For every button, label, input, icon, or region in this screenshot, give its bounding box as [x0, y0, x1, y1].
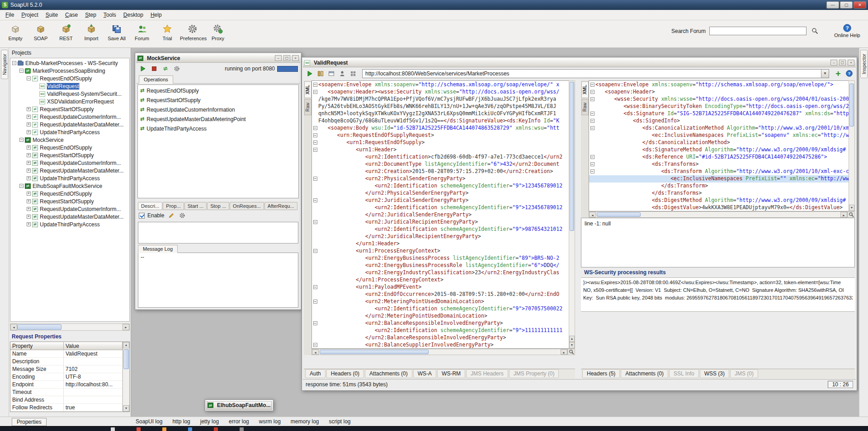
- fold-toggle[interactable]: −: [313, 83, 317, 87]
- expand-toggle[interactable]: +: [27, 153, 31, 157]
- fold-toggle[interactable]: −: [313, 133, 317, 137]
- response-tab-headers-5[interactable]: Headers (5): [582, 369, 620, 378]
- fold-toggle[interactable]: −: [313, 300, 317, 304]
- scroll-right-icon[interactable]: ►: [561, 349, 567, 355]
- response-tab-wss-3[interactable]: WSS (3): [700, 369, 729, 378]
- mock-subtab[interactable]: Start ...: [184, 202, 207, 210]
- response-editor-hscrollbar[interactable]: ◄ ►: [589, 211, 855, 218]
- expand-toggle[interactable]: +: [27, 122, 31, 126]
- tree-item[interactable]: −Elhub-MarketProcesses - WS-Security: [10, 59, 129, 67]
- scroll-left-icon[interactable]: ◄: [312, 349, 319, 355]
- tree-item[interactable]: +RequestUpdateCustomerInform...: [10, 113, 129, 121]
- response-xml-editor[interactable]: −<soapenv:Envelope xmlns:soapenv="http:/…: [589, 80, 849, 211]
- close-button[interactable]: ✕: [854, 1, 866, 9]
- collapse-toggle[interactable]: −: [27, 76, 31, 80]
- taskbar-app-icon[interactable]: [162, 427, 166, 431]
- operations-tab[interactable]: Operations: [139, 75, 173, 84]
- fold-toggle[interactable]: −: [590, 83, 594, 87]
- fold-toggle[interactable]: −: [590, 155, 594, 159]
- tree-item[interactable]: +RequestUpdateMasterDataMeter...: [10, 167, 129, 174]
- help-icon[interactable]: ?: [844, 69, 854, 78]
- layout-grid-icon[interactable]: [349, 69, 358, 78]
- request-tab-attachments-0[interactable]: Attachments (0): [365, 369, 412, 378]
- vscroll-thumb[interactable]: [123, 349, 129, 369]
- menu-file[interactable]: File: [2, 10, 18, 19]
- tree-item[interactable]: +RequestUpdateCustomerInform...: [10, 205, 129, 213]
- fold-toggle[interactable]: −: [590, 90, 594, 94]
- tree-item[interactable]: ValidRequest: [10, 82, 129, 90]
- taskbar-app-icon[interactable]: [240, 427, 244, 431]
- request-xml-tab[interactable]: XML: [304, 81, 311, 98]
- expand-toggle[interactable]: +: [27, 192, 31, 196]
- edit-script-icon[interactable]: [167, 211, 176, 220]
- scroll-up-icon[interactable]: ▲: [569, 336, 575, 342]
- message-log-area[interactable]: --: [138, 253, 298, 308]
- log-tab-soapui-log[interactable]: SoapUI log: [136, 418, 162, 425]
- navigator-hscrollbar[interactable]: ◄ ►: [10, 323, 130, 331]
- table-row[interactable]: Timeout: [10, 389, 123, 396]
- log-tab-script-log[interactable]: script log: [329, 418, 351, 425]
- properties-vscrollbar[interactable]: ▲ ▼: [123, 342, 129, 412]
- expand-toggle[interactable]: +: [27, 222, 31, 226]
- tree-item[interactable]: +RequestStartOfSupply: [10, 105, 129, 113]
- maximize-button[interactable]: ▢: [840, 1, 853, 9]
- tree-item[interactable]: +RequestStartOfSupply: [10, 197, 129, 205]
- log-tab-wsrm-log[interactable]: wsrm log: [259, 418, 281, 425]
- tree-item[interactable]: +RequestUpdateMasterDataMeter...: [10, 213, 129, 220]
- property-column-header[interactable]: Property: [10, 342, 64, 350]
- request-raw-tab[interactable]: Raw: [304, 99, 311, 115]
- tree-item[interactable]: +UpdateThirdPartyAccess: [10, 174, 129, 182]
- validrequest-titlebar[interactable]: ValidRequest – ▢ ×: [303, 58, 856, 67]
- soap-button[interactable]: SOAP: [28, 22, 53, 41]
- window-minimize-icon[interactable]: –: [830, 60, 837, 66]
- tree-item[interactable]: +RequestUpdateCustomerInform...: [10, 159, 129, 167]
- fold-toggle[interactable]: −: [313, 220, 317, 224]
- save-all-button[interactable]: Save All: [104, 22, 129, 41]
- fold-toggle[interactable]: −: [313, 321, 317, 325]
- split-pane-icon[interactable]: [316, 69, 325, 78]
- request-editor-vscrollbar[interactable]: ▲ ▼: [569, 80, 575, 349]
- window-maximize-icon[interactable]: ▢: [839, 60, 846, 66]
- expand-toggle[interactable]: +: [27, 215, 31, 219]
- fold-toggle[interactable]: −: [590, 162, 594, 166]
- log-tab-memory-log[interactable]: memory log: [291, 418, 319, 425]
- expand-toggle[interactable]: +: [27, 207, 31, 211]
- collapse-toggle[interactable]: −: [19, 184, 24, 188]
- scroll-right-icon[interactable]: ►: [123, 324, 129, 330]
- endpoint-combobox[interactable]: http://localhost:8080/WebService/service…: [362, 69, 829, 78]
- mock-subtab[interactable]: Descri...: [138, 202, 162, 210]
- fold-toggle[interactable]: −: [313, 177, 317, 181]
- inspector-side-tab[interactable]: Inspector: [860, 50, 868, 78]
- window-close-icon[interactable]: ×: [292, 55, 299, 61]
- fold-toggle[interactable]: −: [313, 285, 317, 289]
- list-item[interactable]: ⇄RequestUpdateCustomerInformation: [138, 105, 298, 114]
- tree-item[interactable]: −MarketProcessesSoapBinding: [10, 67, 129, 75]
- request-tab-auth[interactable]: Auth: [305, 369, 326, 378]
- search-forum-button[interactable]: [810, 27, 819, 36]
- magnifier-icon[interactable]: [847, 212, 854, 217]
- fold-toggle[interactable]: −: [590, 119, 594, 123]
- hscroll-thumb[interactable]: [17, 324, 61, 330]
- mock-subtab[interactable]: Prop...: [163, 202, 184, 210]
- collapse-toggle[interactable]: −: [19, 138, 24, 142]
- list-item[interactable]: ⇄UpdateThirdPartyAccess: [138, 124, 298, 133]
- tear-off-icon[interactable]: [327, 69, 336, 78]
- fold-toggle[interactable]: −: [313, 141, 317, 145]
- mockservice-titlebar[interactable]: MockService – ▢ ×: [136, 54, 300, 63]
- window-maximize-icon[interactable]: ▢: [283, 55, 290, 61]
- table-row[interactable]: EncodingUTF-8: [10, 373, 123, 381]
- menu-case[interactable]: Case: [61, 10, 81, 19]
- menu-desktop[interactable]: Desktop: [120, 10, 147, 19]
- fold-toggle[interactable]: −: [590, 97, 594, 101]
- tree-item[interactable]: +UpdateThirdPartyAccess: [10, 220, 129, 228]
- window-close-icon[interactable]: ×: [848, 60, 854, 66]
- expand-toggle[interactable]: +: [27, 176, 31, 180]
- tree-item[interactable]: −ElhubSoapFaultMockService: [10, 182, 129, 190]
- taskbar-app-icon[interactable]: [188, 427, 192, 431]
- tree-item[interactable]: +RequestUpdateMasterDataMeter...: [10, 121, 129, 128]
- response-xml-tab[interactable]: XML: [581, 81, 589, 98]
- chevron-down-icon[interactable]: ▼: [821, 70, 829, 78]
- vscroll-thumb[interactable]: [570, 82, 574, 231]
- message-log-tab[interactable]: Message Log: [138, 245, 178, 253]
- request-xml-editor[interactable]: −<soapenv:Envelope xmlns:soapenv="http:/…: [311, 80, 569, 349]
